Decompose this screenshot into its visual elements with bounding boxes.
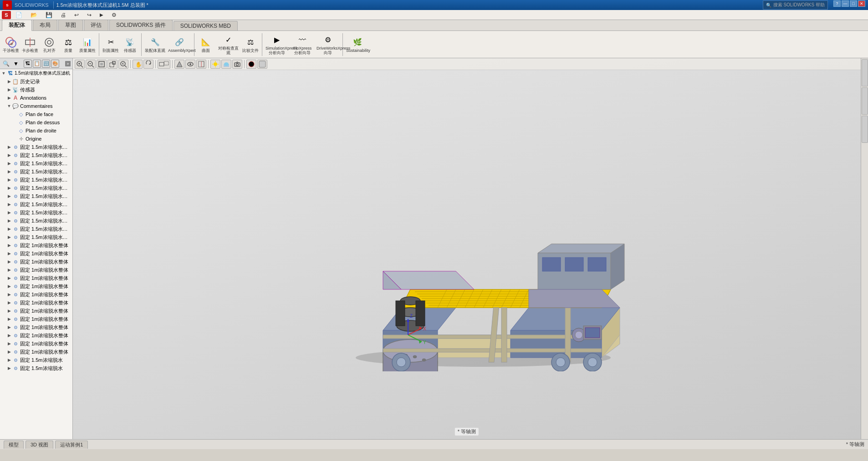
title-bar-right[interactable]: 🔍 搜索 SOLIDWORKS 帮助 ? — □ ✕	[763, 0, 865, 10]
tab-assembly[interactable]: 装配体	[2, 20, 32, 31]
toolbar-assembly-xpert[interactable]: 🔗 AssemblyXpert	[167, 35, 192, 54]
tree-part23[interactable]: ▶ ⚙ 固定 1m浓缩脱水整体	[0, 323, 72, 331]
sidebar-search-btn[interactable]: 🔍	[2, 60, 10, 68]
toolbar-mass-prop[interactable]: 📊 质量属性	[78, 35, 97, 54]
window-controls[interactable]: ? — □ ✕	[833, 0, 865, 10]
tree-part10[interactable]: ▶ ⚙ 固定 1.5m浓缩脱水整体	[0, 217, 72, 225]
tree-plan-droite[interactable]: ◇ Plan de droite	[0, 127, 72, 135]
tree-part21[interactable]: ▶ ⚙ 固定 1m浓缩脱水整体	[0, 307, 72, 315]
tab-sketch[interactable]: 草图	[58, 20, 83, 30]
toolbar-holes[interactable]: 孔对齐	[40, 35, 58, 54]
search-bar[interactable]: 🔍 搜索 SOLIDWORKS 帮助	[763, 0, 828, 10]
menu-options[interactable]: ⚙	[108, 11, 120, 19]
quick-access[interactable]: S 📄 📂 💾 🖨 ↩ ↪ ▶ ⚙	[2, 11, 120, 19]
help-btn[interactable]: ?	[833, 0, 841, 7]
tree-part20[interactable]: ▶ ⚙ 固定 1m浓缩脱水整体	[0, 299, 72, 307]
right-btn-2[interactable]	[862, 87, 868, 115]
tree-plan-face[interactable]: ◇ Plan de face	[0, 110, 72, 118]
tree-part19[interactable]: ▶ ⚙ 固定 1m浓缩脱水整体	[0, 290, 72, 299]
tree-part14[interactable]: ▶ ⚙ 固定 1m浓缩脱水整体	[0, 249, 72, 258]
tree-part5[interactable]: ▶ ⚙ 固定 1.5m浓缩脱水整体	[0, 176, 72, 184]
tree-part15[interactable]: ▶ ⚙ 固定 1m浓缩脱水整体	[0, 258, 72, 266]
sidebar-icon-btn-3[interactable]: 🔢	[42, 60, 50, 68]
close-btn[interactable]: ✕	[858, 0, 865, 7]
rotate-btn[interactable]	[143, 60, 153, 69]
3d-viewport[interactable]: ✋	[73, 58, 861, 439]
tab-evaluate[interactable]: 评估	[84, 20, 108, 30]
right-btn-3[interactable]	[862, 116, 868, 143]
zoom-out-btn[interactable]	[86, 60, 96, 69]
zoom-in-btn[interactable]	[75, 60, 85, 69]
menu-undo[interactable]: ↩	[71, 11, 82, 19]
sidebar-view-icons[interactable]: 🏗 📋 🔢 🎨	[24, 60, 59, 68]
tree-part9[interactable]: ▶ ⚙ 固定 1.5m浓缩脱水整体	[0, 208, 72, 217]
menu-bar[interactable]: S 📄 📂 💾 🖨 ↩ ↪ ▶ ⚙	[0, 10, 868, 20]
tree-part3[interactable]: ▶ ⚙ 固定 1.5m浓缩脱水整体	[0, 159, 72, 167]
tree-part16[interactable]: ▶ ⚙ 固定 1m浓缩脱水整体	[0, 266, 72, 274]
tree-commentaires[interactable]: ▼ 💬 Commentaires	[0, 102, 72, 110]
tree-part11[interactable]: ▶ ⚙ 固定 1.5m浓缩脱水整体	[0, 225, 72, 233]
tree-part28[interactable]: ▶ ⚙ 固定 1.5m浓缩脱水	[0, 364, 72, 372]
tree-sensors[interactable]: ▶ 📡 传感器	[0, 86, 72, 94]
toolbar-drawing[interactable]: 📐 曲面	[197, 35, 215, 54]
toolbar-flow[interactable]: 〰 FloXpress 分析向导	[290, 33, 315, 56]
right-btn-1[interactable]	[862, 59, 868, 86]
sidebar-icon-btn-2[interactable]: 📋	[33, 60, 41, 68]
zoom-prev-btn[interactable]	[118, 60, 128, 69]
toolbar-section[interactable]: ✂ 剖面属性	[102, 35, 120, 54]
tree-part24[interactable]: ▶ ⚙ 固定 1m浓缩脱水整体	[0, 331, 72, 339]
status-tab-3dview[interactable]: 3D 视图	[26, 441, 53, 449]
tree-plan-dessus[interactable]: ◇ Plan de dessus	[0, 118, 72, 127]
tree-part22[interactable]: ▶ ⚙ 固定 1m浓缩脱水整体	[0, 315, 72, 323]
hide-show-btn[interactable]	[185, 60, 195, 69]
lighting-btn[interactable]	[210, 60, 220, 69]
camera-btn[interactable]	[232, 60, 242, 69]
menu-new[interactable]: 📄	[12, 11, 26, 19]
tree-part8[interactable]: ▶ ⚙ 固定 1.5m浓缩脱水整体	[0, 200, 72, 208]
tree-annotations[interactable]: ▶ A Annotations	[0, 94, 72, 102]
status-tabs[interactable]: 模型 3D 视图 运动算例1	[4, 441, 88, 449]
tree-root[interactable]: ▼ 🏗 1.5m浓缩脱水整体式压滤机	[0, 69, 72, 77]
display-btn[interactable]	[174, 60, 184, 69]
toolbar-sustainability[interactable]: 🌿 Sustainability	[345, 35, 370, 54]
tree-part12[interactable]: ▶ ⚙ 固定 1.5m浓缩脱水整体	[0, 233, 72, 241]
tree-part4[interactable]: ▶ ⚙ 固定 1.5m浓缩脱水整体	[0, 167, 72, 176]
sidebar-collapse-btn[interactable]: »	[65, 61, 71, 66]
menu-open[interactable]: 📂	[27, 11, 41, 19]
sidebar-icon-btn-1[interactable]: 🏗	[24, 60, 32, 68]
status-tab-motion[interactable]: 运动算例1	[55, 441, 88, 449]
minimize-btn[interactable]: —	[842, 0, 849, 7]
tree-part27[interactable]: ▶ ⚙ 固定 1.5m浓缩脱水	[0, 356, 72, 364]
right-panel[interactable]	[861, 58, 868, 439]
toolbar-compare[interactable]: ⚖ 比较文件	[241, 35, 260, 54]
toolbar-sensors[interactable]: 📡 传感器	[121, 35, 139, 54]
tree-history[interactable]: ▶ 📋 历史记录	[0, 77, 72, 86]
orient-btn[interactable]	[158, 60, 170, 69]
tree-part2[interactable]: ▶ ⚙ 固定 1.5m浓缩脱水整体	[0, 151, 72, 159]
sidebar[interactable]: 🔍 ▼ 🏗 📋 🔢 🎨 » ▼ 🏗 1.5m浓缩脱水整体式压滤机 ▶ 📋 历史记…	[0, 58, 73, 439]
toolbar[interactable]: ⊕ 干涉检查 卡步检查 孔对齐 ⚖ 质量 📊 质量属性 ✂ 剖面属性 📡 传感器…	[0, 31, 868, 58]
appearance-btn[interactable]	[246, 60, 256, 69]
tree-part13[interactable]: ▶ ⚙ 固定 1m浓缩脱水整体	[0, 241, 72, 249]
tree-part26[interactable]: ▶ ⚙ 固定 1m浓缩脱水整体	[0, 348, 72, 356]
zoom-area-btn[interactable]	[107, 60, 117, 69]
tree-part18[interactable]: ▶ ⚙ 固定 1m浓缩脱水整体	[0, 282, 72, 290]
view-toolbar[interactable]: ✋	[73, 58, 861, 70]
tree-part1[interactable]: ▶ ⚙ 固定 1.5m浓缩脱水整体	[0, 143, 72, 151]
menu-3d[interactable]: ▶	[96, 11, 107, 18]
maximize-btn[interactable]: □	[850, 0, 857, 7]
menu-print[interactable]: 🖨	[57, 11, 70, 19]
toolbar-mass[interactable]: ⚖ 质量	[59, 35, 77, 54]
toolbar-interference[interactable]: ⊕ 干涉检查	[2, 35, 20, 54]
search-placeholder[interactable]: 搜索 SOLIDWORKS 帮助	[773, 2, 825, 8]
scene-btn[interactable]	[221, 60, 231, 69]
tree-part6[interactable]: ▶ ⚙ 固定 1.5m浓缩脱水整体	[0, 184, 72, 192]
scene-2-btn[interactable]	[257, 60, 267, 69]
section-view-btn[interactable]	[196, 60, 206, 69]
toolbar-driveworks[interactable]: ⚙ DriveWorksXpress 向导	[316, 33, 340, 56]
toolbar-sym-check[interactable]: ✓ 对称检查直观	[216, 33, 240, 56]
toolbar-simulation[interactable]: ▶ SimulationXpress 分析向导	[265, 33, 289, 56]
sidebar-filter-btn[interactable]: ▼	[12, 60, 20, 68]
toolbar-design[interactable]: 🔧 装配体直观	[144, 35, 166, 54]
toolbar-clearance[interactable]: 卡步检查	[21, 35, 39, 54]
